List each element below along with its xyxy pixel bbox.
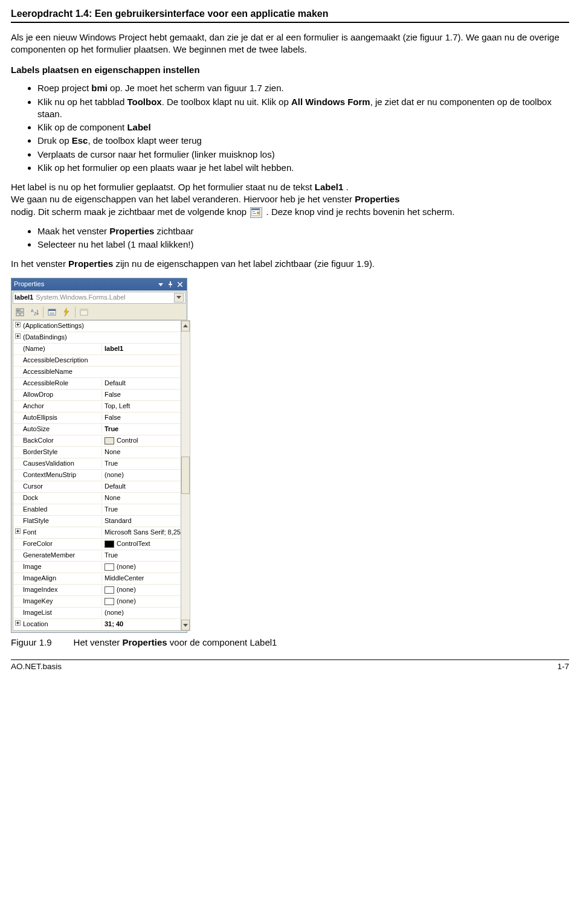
property-row[interactable]: Image(none) xyxy=(13,562,181,573)
expand-icon[interactable] xyxy=(13,333,22,342)
pin-icon[interactable] xyxy=(166,280,175,289)
property-row[interactable]: AccessibleDescription xyxy=(13,355,181,367)
footer-left: AO.NET.basis xyxy=(11,661,62,672)
property-value[interactable]: (none) xyxy=(102,608,181,617)
property-value[interactable]: True xyxy=(102,551,181,560)
property-value[interactable]: Default xyxy=(102,482,181,491)
list-item: Selecteer nu het label (1 maal klikken!) xyxy=(37,239,569,251)
property-row[interactable]: ImageList(none) xyxy=(13,608,181,619)
scroll-down-icon[interactable] xyxy=(181,620,190,630)
object-type: System.Windows.Forms.Label xyxy=(36,293,174,302)
property-row[interactable]: AllowDropFalse xyxy=(13,390,181,401)
property-row[interactable]: EnabledTrue xyxy=(13,504,181,516)
property-value[interactable]: 31; 40 xyxy=(102,620,181,629)
property-value[interactable]: (none) xyxy=(102,585,181,594)
expand-icon[interactable] xyxy=(13,528,22,537)
property-name: Location xyxy=(22,620,102,629)
property-value[interactable]: Standard xyxy=(102,516,181,525)
events-icon[interactable] xyxy=(59,306,74,319)
property-row[interactable]: CausesValidationTrue xyxy=(13,458,181,470)
property-row[interactable]: (Name)label1 xyxy=(13,344,181,355)
property-value[interactable]: ControlText xyxy=(102,539,181,548)
property-row[interactable]: ImageKey(none) xyxy=(13,596,181,608)
property-name: Image xyxy=(22,562,102,571)
scroll-thumb[interactable] xyxy=(181,457,190,494)
property-row[interactable]: FontMicrosoft Sans Serif; 8,25 xyxy=(13,527,181,539)
expand-icon[interactable] xyxy=(13,322,22,330)
property-value[interactable]: True xyxy=(102,459,181,468)
object-name: label1 xyxy=(14,293,33,302)
page-title: Leeropdracht 1.4: Een gebruikersinterfac… xyxy=(11,7,569,23)
property-value[interactable]: None xyxy=(102,448,181,457)
dropdown-icon[interactable] xyxy=(174,293,184,303)
property-value[interactable]: (none) xyxy=(102,562,181,571)
property-value[interactable]: False xyxy=(102,390,181,399)
property-row[interactable]: AccessibleRoleDefault xyxy=(13,378,181,390)
property-value[interactable]: Default xyxy=(102,379,181,388)
svg-rect-1 xyxy=(251,208,260,210)
property-row[interactable]: (ApplicationSettings) xyxy=(13,321,181,332)
property-name: ImageList xyxy=(22,608,102,617)
property-value[interactable]: Control xyxy=(102,436,181,445)
svg-rect-4 xyxy=(257,212,259,214)
scroll-up-icon[interactable] xyxy=(181,321,190,332)
property-name: GenerateMember xyxy=(22,551,102,560)
property-value[interactable]: label1 xyxy=(102,344,181,353)
property-row[interactable]: AutoEllipsisFalse xyxy=(13,412,181,424)
property-pages-icon[interactable] xyxy=(77,306,91,319)
property-row[interactable]: (DataBindings) xyxy=(13,332,181,344)
property-row[interactable]: ImageIndex(none) xyxy=(13,585,181,596)
property-value[interactable]: (none) xyxy=(102,470,181,480)
property-name: ImageKey xyxy=(22,597,102,606)
properties-icon[interactable] xyxy=(45,306,59,319)
property-row[interactable]: GenerateMemberTrue xyxy=(13,550,181,562)
property-row[interactable]: Location31; 40 xyxy=(13,619,181,630)
alphabetical-icon[interactable]: AZ xyxy=(27,306,42,319)
paragraph: In het venster Properties zijn nu de eig… xyxy=(11,258,569,270)
property-name: (Name) xyxy=(22,344,102,353)
property-row[interactable]: ImageAlignMiddleCenter xyxy=(13,573,181,585)
color-swatch-icon xyxy=(105,437,114,444)
property-row[interactable]: AutoSizeTrue xyxy=(13,424,181,435)
list-item: Maak het venster Properties zichtbaar xyxy=(37,225,569,237)
property-name: AccessibleName xyxy=(22,367,102,376)
property-name: Font xyxy=(22,528,102,537)
expand-icon[interactable] xyxy=(13,620,22,629)
properties-toolbar: AZ xyxy=(11,305,187,320)
property-row[interactable]: ContextMenuStrip(none) xyxy=(13,470,181,481)
property-value[interactable]: MiddleCenter xyxy=(102,574,181,583)
properties-titlebar: Properties xyxy=(11,278,187,290)
window-menu-icon[interactable] xyxy=(156,280,165,289)
figure-caption: Figuur 1.9Het venster Properties voor de… xyxy=(11,637,569,649)
property-value[interactable]: True xyxy=(102,505,181,514)
property-row[interactable]: AnchorTop, Left xyxy=(13,401,181,412)
property-row[interactable]: BorderStyleNone xyxy=(13,447,181,458)
property-value[interactable]: Microsoft Sans Serif; 8,25 xyxy=(102,528,181,537)
property-row[interactable]: AccessibleName xyxy=(13,367,181,378)
property-name: AllowDrop xyxy=(22,390,102,399)
categorized-icon[interactable] xyxy=(13,306,27,319)
property-value[interactable]: None xyxy=(102,493,181,502)
property-row[interactable]: CursorDefault xyxy=(13,481,181,493)
property-row[interactable]: DockNone xyxy=(13,493,181,504)
property-name: CausesValidation xyxy=(22,459,102,468)
color-swatch-icon xyxy=(105,541,114,548)
property-value[interactable]: Top, Left xyxy=(102,402,181,411)
section-heading-labels: Labels plaatsen en eigenschappen instell… xyxy=(11,64,569,76)
instruction-list-2: Maak het venster Properties zichtbaar Se… xyxy=(11,225,569,251)
properties-grid[interactable]: (ApplicationSettings)(DataBindings)(Name… xyxy=(13,320,181,631)
property-name: Anchor xyxy=(22,402,102,411)
close-icon[interactable] xyxy=(176,280,184,289)
properties-title-text: Properties xyxy=(14,280,44,289)
property-value[interactable]: True xyxy=(102,425,181,434)
scrollbar-vertical[interactable] xyxy=(181,320,190,631)
svg-rect-9 xyxy=(21,309,24,312)
property-row[interactable]: BackColorControl xyxy=(13,435,181,447)
property-value[interactable]: (none) xyxy=(102,597,181,606)
property-row[interactable]: FlatStyleStandard xyxy=(13,516,181,527)
object-selector[interactable]: label1 System.Windows.Forms.Label xyxy=(13,292,185,304)
property-row[interactable]: ForeColorControlText xyxy=(13,539,181,550)
svg-rect-7 xyxy=(170,285,171,287)
property-value[interactable]: False xyxy=(102,413,181,422)
property-name: Cursor xyxy=(22,482,102,491)
